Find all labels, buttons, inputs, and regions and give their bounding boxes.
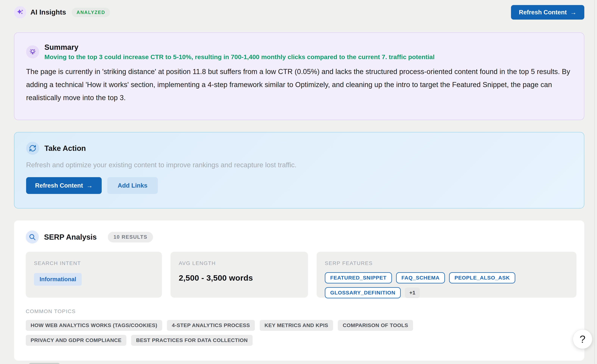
arrow-right-icon: →: [570, 9, 576, 15]
serp-analysis-header: SERP Analysis 10 RESULTS: [26, 231, 576, 244]
avg-length-value: 2,500 - 3,500 words: [179, 273, 300, 283]
refresh-content-button-top[interactable]: Refresh Content →: [511, 5, 584, 20]
add-links-button[interactable]: Add Links: [107, 177, 158, 194]
serp-features-overflow-chip[interactable]: +1: [405, 287, 420, 298]
take-action-description: Refresh and optimize your existing conte…: [26, 161, 573, 169]
take-action-header: Take Action: [26, 142, 573, 155]
add-links-label: Add Links: [118, 182, 148, 189]
serp-features-label: SERP FEATURES: [325, 260, 568, 266]
status-badge: ANALYZED: [72, 8, 110, 17]
common-topics-label: COMMON TOPICS: [26, 309, 576, 314]
topic-chip: PRIVACY AND GDPR COMPLIANCE: [26, 335, 126, 346]
search-intent-box: SEARCH INTENT Informational: [26, 252, 162, 298]
serp-stats-row: SEARCH INTENT Informational AVG LENGTH 2…: [26, 252, 576, 298]
take-action-title: Take Action: [44, 144, 86, 153]
take-action-buttons: Refresh Content → Add Links: [26, 177, 573, 194]
ai-insights-panel: AI Insights ANALYZED Refresh Content → S…: [0, 0, 597, 361]
topic-chip: HOW WEB ANALYTICS WORKS (TAGS/COOKIES): [26, 320, 162, 331]
serp-features-box: SERP FEATURES FEATURED_SNIPPET FAQ_SCHEM…: [317, 252, 576, 298]
serp-analysis-card: SERP Analysis 10 RESULTS SEARCH INTENT I…: [14, 220, 584, 361]
sparkles-icon: [14, 6, 26, 18]
search-icon: [26, 231, 39, 244]
refresh-icon: [26, 142, 39, 155]
refresh-content-label: Refresh Content: [35, 182, 83, 189]
serp-feature-chips: FEATURED_SNIPPET FAQ_SCHEMA PEOPLE_ALSO_…: [325, 272, 568, 298]
panel-right-divider: [594, 0, 595, 364]
topic-chip: BEST PRACTICES FOR DATA COLLECTION: [131, 335, 252, 346]
next-section-peek: [29, 363, 60, 364]
search-intent-label: SEARCH INTENT: [34, 260, 154, 266]
summary-body-text: The page is currently in 'striking dista…: [26, 65, 573, 104]
topic-chip: COMPARISON OF TOOLS: [338, 320, 413, 331]
summary-card: Summary Moving to the top 3 could increa…: [14, 32, 584, 120]
serp-analysis-title: SERP Analysis: [44, 233, 97, 241]
summary-title: Summary: [44, 43, 434, 52]
summary-highlight: Moving to the top 3 could increase CTR t…: [44, 53, 434, 61]
results-count-badge: 10 RESULTS: [108, 232, 153, 242]
lightbulb-icon: [26, 45, 39, 58]
search-intent-value-chip: Informational: [34, 273, 82, 286]
topic-chip: KEY METRICS AND KPIS: [260, 320, 333, 331]
serp-feature-chip: GLOSSARY_DEFINITION: [325, 287, 401, 298]
avg-length-label: AVG LENGTH: [179, 260, 300, 266]
help-button[interactable]: ?: [573, 329, 592, 349]
refresh-content-button[interactable]: Refresh Content →: [26, 177, 102, 194]
panel-header: AI Insights ANALYZED Refresh Content →: [14, 5, 584, 20]
arrow-right-icon: →: [86, 182, 93, 189]
serp-feature-chip: FAQ_SCHEMA: [396, 272, 445, 283]
take-action-card: Take Action Refresh and optimize your ex…: [14, 132, 584, 209]
serp-feature-chip: PEOPLE_ALSO_ASK: [449, 272, 515, 283]
refresh-content-label: Refresh Content: [519, 9, 567, 16]
topic-chip: 4-STEP ANALYTICS PROCESS: [167, 320, 255, 331]
serp-feature-chip: FEATURED_SNIPPET: [325, 272, 392, 283]
summary-card-header: Summary Moving to the top 3 could increa…: [26, 43, 573, 61]
page-title: AI Insights: [31, 8, 66, 16]
common-topic-chips: HOW WEB ANALYTICS WORKS (TAGS/COOKIES) 4…: [26, 320, 511, 346]
avg-length-box: AVG LENGTH 2,500 - 3,500 words: [171, 252, 308, 298]
